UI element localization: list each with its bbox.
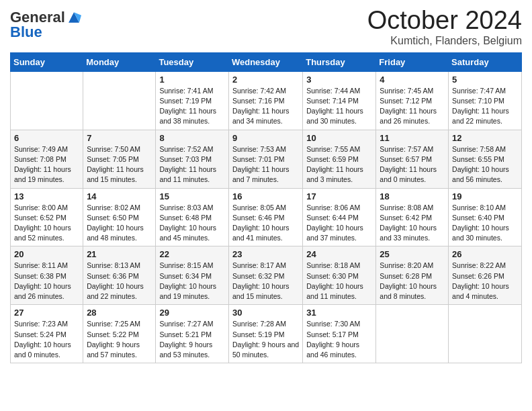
calendar-cell: 23Sunrise: 8:17 AM Sunset: 6:32 PM Dayli… — [228, 246, 302, 305]
day-info: Sunrise: 7:52 AM Sunset: 7:03 PM Dayligh… — [159, 144, 225, 185]
day-number: 27 — [14, 308, 79, 318]
day-info: Sunrise: 8:17 AM Sunset: 6:32 PM Dayligh… — [232, 261, 299, 302]
weekday-header: Tuesday — [156, 52, 229, 71]
calendar-week-row: 1Sunrise: 7:41 AM Sunset: 7:19 PM Daylig… — [11, 71, 522, 130]
day-info: Sunrise: 7:55 AM Sunset: 6:59 PM Dayligh… — [306, 144, 372, 185]
calendar-cell: 9Sunrise: 7:53 AM Sunset: 7:01 PM Daylig… — [228, 130, 302, 188]
day-info: Sunrise: 7:50 AM Sunset: 7:05 PM Dayligh… — [87, 144, 152, 185]
calendar-cell: 24Sunrise: 8:18 AM Sunset: 6:30 PM Dayli… — [303, 246, 376, 305]
day-info: Sunrise: 7:49 AM Sunset: 7:08 PM Dayligh… — [14, 144, 79, 185]
calendar-cell: 2Sunrise: 7:42 AM Sunset: 7:16 PM Daylig… — [228, 71, 302, 130]
calendar-cell: 17Sunrise: 8:06 AM Sunset: 6:44 PM Dayli… — [303, 188, 376, 246]
day-number: 1 — [159, 75, 225, 85]
day-info: Sunrise: 7:58 AM Sunset: 6:55 PM Dayligh… — [452, 144, 518, 185]
day-info: Sunrise: 7:57 AM Sunset: 6:57 PM Dayligh… — [380, 144, 445, 185]
calendar-cell: 4Sunrise: 7:45 AM Sunset: 7:12 PM Daylig… — [376, 71, 449, 130]
calendar-cell — [376, 305, 449, 363]
calendar-week-row: 20Sunrise: 8:11 AM Sunset: 6:38 PM Dayli… — [11, 246, 522, 305]
day-info: Sunrise: 7:47 AM Sunset: 7:10 PM Dayligh… — [452, 86, 518, 127]
day-number: 5 — [452, 75, 518, 85]
calendar-cell: 22Sunrise: 8:15 AM Sunset: 6:34 PM Dayli… — [156, 246, 229, 305]
month-title: October 2024 — [367, 7, 522, 35]
day-info: Sunrise: 7:28 AM Sunset: 5:19 PM Dayligh… — [232, 319, 299, 360]
day-number: 18 — [380, 191, 445, 201]
weekday-header: Thursday — [303, 52, 376, 71]
day-number: 16 — [232, 191, 299, 201]
day-number: 30 — [232, 308, 299, 318]
day-info: Sunrise: 7:30 AM Sunset: 5:17 PM Dayligh… — [306, 319, 372, 360]
logo: General Blue — [10, 10, 81, 40]
calendar-cell: 25Sunrise: 8:20 AM Sunset: 6:28 PM Dayli… — [376, 246, 449, 305]
calendar-cell: 21Sunrise: 8:13 AM Sunset: 6:36 PM Dayli… — [83, 246, 156, 305]
calendar-cell: 11Sunrise: 7:57 AM Sunset: 6:57 PM Dayli… — [376, 130, 449, 188]
day-info: Sunrise: 7:42 AM Sunset: 7:16 PM Dayligh… — [232, 86, 299, 127]
day-number: 19 — [452, 191, 518, 201]
day-number: 29 — [159, 308, 225, 318]
calendar-cell: 12Sunrise: 7:58 AM Sunset: 6:55 PM Dayli… — [449, 130, 522, 188]
calendar-cell: 10Sunrise: 7:55 AM Sunset: 6:59 PM Dayli… — [303, 130, 376, 188]
day-number: 12 — [452, 133, 518, 143]
logo-icon — [66, 10, 81, 25]
weekday-header: Saturday — [449, 52, 522, 71]
day-info: Sunrise: 8:11 AM Sunset: 6:38 PM Dayligh… — [14, 261, 79, 302]
day-number: 26 — [452, 249, 518, 259]
day-number: 6 — [14, 133, 79, 143]
location: Kumtich, Flanders, Belgium — [367, 35, 522, 47]
day-info: Sunrise: 7:45 AM Sunset: 7:12 PM Dayligh… — [380, 86, 445, 127]
header: General Blue October 2024 Kumtich, Fland… — [10, 7, 522, 47]
main-container: General Blue October 2024 Kumtich, Fland… — [0, 0, 532, 373]
calendar-cell: 28Sunrise: 7:25 AM Sunset: 5:22 PM Dayli… — [83, 305, 156, 363]
day-info: Sunrise: 8:20 AM Sunset: 6:28 PM Dayligh… — [380, 261, 445, 302]
logo-blue: Blue — [10, 25, 81, 40]
day-number: 15 — [159, 191, 225, 201]
day-info: Sunrise: 8:10 AM Sunset: 6:40 PM Dayligh… — [452, 203, 518, 244]
day-number: 31 — [306, 308, 372, 318]
day-info: Sunrise: 8:06 AM Sunset: 6:44 PM Dayligh… — [306, 203, 372, 244]
day-number: 22 — [159, 249, 225, 259]
day-info: Sunrise: 8:13 AM Sunset: 6:36 PM Dayligh… — [87, 261, 152, 302]
day-info: Sunrise: 7:53 AM Sunset: 7:01 PM Dayligh… — [232, 144, 299, 185]
calendar-cell: 15Sunrise: 8:03 AM Sunset: 6:48 PM Dayli… — [156, 188, 229, 246]
day-number: 13 — [14, 191, 79, 201]
weekday-header: Wednesday — [228, 52, 302, 71]
day-number: 17 — [306, 191, 372, 201]
calendar-table: SundayMondayTuesdayWednesdayThursdayFrid… — [10, 52, 522, 363]
calendar-cell: 30Sunrise: 7:28 AM Sunset: 5:19 PM Dayli… — [228, 305, 302, 363]
calendar-week-row: 6Sunrise: 7:49 AM Sunset: 7:08 PM Daylig… — [11, 130, 522, 188]
weekday-header: Sunday — [11, 52, 83, 71]
day-info: Sunrise: 8:02 AM Sunset: 6:50 PM Dayligh… — [87, 203, 152, 244]
day-info: Sunrise: 7:44 AM Sunset: 7:14 PM Dayligh… — [306, 86, 372, 127]
day-info: Sunrise: 8:15 AM Sunset: 6:34 PM Dayligh… — [159, 261, 225, 302]
day-number: 8 — [159, 133, 225, 143]
calendar-cell: 31Sunrise: 7:30 AM Sunset: 5:17 PM Dayli… — [303, 305, 376, 363]
day-number: 24 — [306, 249, 372, 259]
calendar-cell: 1Sunrise: 7:41 AM Sunset: 7:19 PM Daylig… — [156, 71, 229, 130]
calendar-cell: 3Sunrise: 7:44 AM Sunset: 7:14 PM Daylig… — [303, 71, 376, 130]
day-number: 2 — [232, 75, 299, 85]
calendar-cell: 29Sunrise: 7:27 AM Sunset: 5:21 PM Dayli… — [156, 305, 229, 363]
day-number: 3 — [306, 75, 372, 85]
day-number: 10 — [306, 133, 372, 143]
calendar-cell: 18Sunrise: 8:08 AM Sunset: 6:42 PM Dayli… — [376, 188, 449, 246]
calendar-cell: 20Sunrise: 8:11 AM Sunset: 6:38 PM Dayli… — [11, 246, 83, 305]
day-number: 7 — [87, 133, 152, 143]
calendar-header-row: SundayMondayTuesdayWednesdayThursdayFrid… — [11, 52, 522, 71]
calendar-cell: 5Sunrise: 7:47 AM Sunset: 7:10 PM Daylig… — [449, 71, 522, 130]
day-number: 28 — [87, 308, 152, 318]
calendar-cell: 27Sunrise: 7:23 AM Sunset: 5:24 PM Dayli… — [11, 305, 83, 363]
day-info: Sunrise: 8:03 AM Sunset: 6:48 PM Dayligh… — [159, 203, 225, 244]
calendar-cell: 19Sunrise: 8:10 AM Sunset: 6:40 PM Dayli… — [449, 188, 522, 246]
calendar-cell: 14Sunrise: 8:02 AM Sunset: 6:50 PM Dayli… — [83, 188, 156, 246]
day-number: 4 — [380, 75, 445, 85]
calendar-cell: 6Sunrise: 7:49 AM Sunset: 7:08 PM Daylig… — [11, 130, 83, 188]
calendar-cell — [83, 71, 156, 130]
title-block: October 2024 Kumtich, Flanders, Belgium — [367, 7, 522, 47]
day-number: 9 — [232, 133, 299, 143]
day-info: Sunrise: 8:22 AM Sunset: 6:26 PM Dayligh… — [452, 261, 518, 302]
weekday-header: Monday — [83, 52, 156, 71]
logo-general: General — [10, 10, 65, 25]
day-info: Sunrise: 8:00 AM Sunset: 6:52 PM Dayligh… — [14, 203, 79, 244]
day-number: 21 — [87, 249, 152, 259]
day-info: Sunrise: 8:18 AM Sunset: 6:30 PM Dayligh… — [306, 261, 372, 302]
day-info: Sunrise: 8:05 AM Sunset: 6:46 PM Dayligh… — [232, 203, 299, 244]
